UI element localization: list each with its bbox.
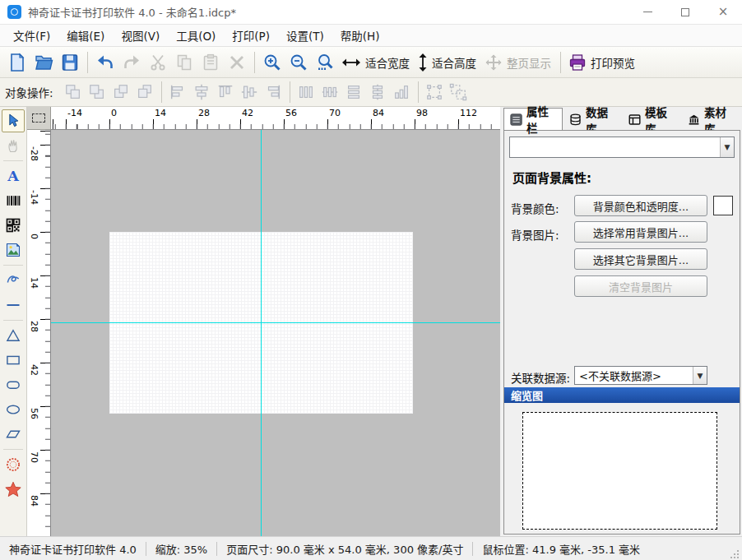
- fit-page-icon: [484, 53, 503, 72]
- toolbar-separator: [418, 81, 419, 103]
- same-width-button[interactable]: [294, 81, 318, 104]
- close-button[interactable]: ×: [704, 0, 742, 25]
- rounded-rectangle-tool[interactable]: [2, 373, 25, 396]
- group-button[interactable]: [423, 81, 447, 104]
- menu-edit[interactable]: 编辑(E): [58, 24, 113, 47]
- equal-horizontal-spacing-button[interactable]: [318, 81, 342, 104]
- image-tool[interactable]: [2, 238, 25, 261]
- pan-tool[interactable]: [2, 134, 25, 157]
- close-icon: ×: [718, 6, 729, 18]
- bring-forward-button[interactable]: [109, 81, 133, 104]
- cut-button[interactable]: [145, 49, 171, 76]
- minimize-button[interactable]: [628, 0, 666, 25]
- status-page-size: 页面尺寸: 90.0 毫米 x 54.0 毫米, 300 像素/英寸: [217, 541, 472, 557]
- chevron-down-icon[interactable]: ▼: [720, 137, 734, 157]
- toolbar-separator: [560, 52, 561, 73]
- tab-templates[interactable]: 模板库: [622, 109, 681, 130]
- same-size-button[interactable]: [390, 81, 414, 104]
- bring-to-front-button[interactable]: [62, 81, 86, 104]
- select-other-bg-button[interactable]: 选择其它背景图片...: [574, 248, 707, 270]
- resize-grip[interactable]: [729, 548, 740, 560]
- send-to-back-button[interactable]: [86, 81, 109, 104]
- paste-button[interactable]: [197, 49, 224, 76]
- ungroup-button[interactable]: [447, 81, 471, 104]
- align-right-button[interactable]: [262, 81, 285, 104]
- clear-bg-button[interactable]: 清空背景图片: [574, 275, 707, 297]
- canvas-area[interactable]: [51, 130, 500, 536]
- tab-database[interactable]: 数据库: [563, 109, 622, 130]
- menu-file[interactable]: 文件(F): [5, 24, 58, 47]
- fit-page-button[interactable]: 整页显示: [481, 49, 556, 76]
- select-common-bg-button[interactable]: 选择常用背景图片...: [574, 221, 707, 243]
- ruler-label: 14: [155, 108, 166, 118]
- send-backward-button[interactable]: [133, 81, 157, 104]
- tab-properties-label: 属性栏: [526, 103, 556, 136]
- zoom-ratio-button[interactable]: [312, 49, 338, 76]
- undo-button[interactable]: [92, 49, 118, 76]
- text-tool[interactable]: A: [2, 164, 25, 187]
- line-tool[interactable]: [2, 294, 25, 317]
- menu-print[interactable]: 打印(P): [224, 24, 278, 47]
- redo-button[interactable]: [118, 49, 145, 76]
- align-center-horizontal-button[interactable]: [190, 81, 214, 104]
- tab-assets[interactable]: 素材库: [681, 109, 740, 130]
- horizontal-guide-line[interactable]: [51, 322, 500, 323]
- select-tool[interactable]: [2, 109, 25, 132]
- menu-help[interactable]: 帮助(H): [332, 24, 388, 47]
- delete-button[interactable]: [224, 49, 250, 76]
- palette-separator: [3, 449, 23, 450]
- object-toolbar: 对象操作:: [0, 78, 742, 107]
- object-selector-combo[interactable]: ▼: [509, 137, 735, 158]
- ruler-label: 0: [29, 234, 39, 239]
- thumbnail-area: [504, 403, 740, 534]
- status-app-name: 神奇证卡证书打印软件 4.0: [0, 541, 146, 557]
- new-document-button[interactable]: [4, 49, 30, 76]
- toolbar-separator: [290, 81, 290, 103]
- chevron-down-icon[interactable]: ▼: [693, 367, 707, 384]
- fit-height-button[interactable]: 适合高度: [415, 49, 481, 76]
- ruler-label: 98: [416, 108, 428, 118]
- qrcode-tool[interactable]: [2, 214, 25, 237]
- workspace: A: [0, 107, 742, 536]
- triangle-tool[interactable]: [2, 324, 25, 347]
- redo-icon: [122, 53, 141, 72]
- vertical-guide-line[interactable]: [261, 130, 262, 536]
- bg-color-button[interactable]: 背景颜色和透明度...: [574, 195, 707, 216]
- bg-image-label: 背景图片:: [511, 226, 559, 243]
- tool-palette: A: [0, 107, 27, 536]
- open-button[interactable]: [30, 49, 57, 76]
- align-middle-button[interactable]: [238, 81, 262, 104]
- save-button[interactable]: [57, 49, 83, 76]
- menu-settings[interactable]: 设置(T): [278, 24, 332, 47]
- parallelogram-tool[interactable]: [2, 423, 25, 446]
- zoom-in-button[interactable]: [259, 49, 285, 76]
- copy-button[interactable]: [171, 49, 197, 76]
- datasource-combo[interactable]: <不关联数据源> ▼: [574, 366, 707, 385]
- equal-vertical-spacing-button[interactable]: [366, 81, 390, 104]
- print-preview-button[interactable]: 打印预览: [565, 49, 640, 76]
- fit-width-button[interactable]: 适合宽度: [338, 49, 415, 76]
- ellipse-tool[interactable]: [2, 398, 25, 421]
- open-folder-icon: [34, 53, 53, 72]
- stamp-tool[interactable]: [2, 453, 25, 476]
- menu-view[interactable]: 视图(V): [113, 24, 168, 47]
- toolbar-separator: [161, 81, 162, 103]
- barcode-tool[interactable]: [2, 189, 25, 212]
- maximize-button[interactable]: [666, 0, 704, 25]
- ruler-label: 84: [373, 108, 384, 118]
- same-height-button[interactable]: [342, 81, 366, 104]
- align-top-button[interactable]: [214, 81, 238, 104]
- zoom-out-icon: [289, 53, 308, 72]
- zoom-out-button[interactable]: [285, 49, 312, 76]
- ruler-label: 42: [242, 108, 253, 118]
- star-tool[interactable]: [2, 478, 25, 501]
- align-left-button[interactable]: [166, 81, 190, 104]
- thumbnail-preview: [522, 412, 717, 530]
- tab-properties[interactable]: 属性栏: [503, 108, 563, 130]
- ruler-label: 70: [329, 108, 341, 118]
- menu-tools[interactable]: 工具(O): [168, 24, 224, 47]
- curve-tool[interactable]: [2, 269, 25, 292]
- maximize-icon: [681, 8, 689, 16]
- minimize-icon: [643, 12, 652, 12]
- rectangle-tool[interactable]: [2, 349, 25, 372]
